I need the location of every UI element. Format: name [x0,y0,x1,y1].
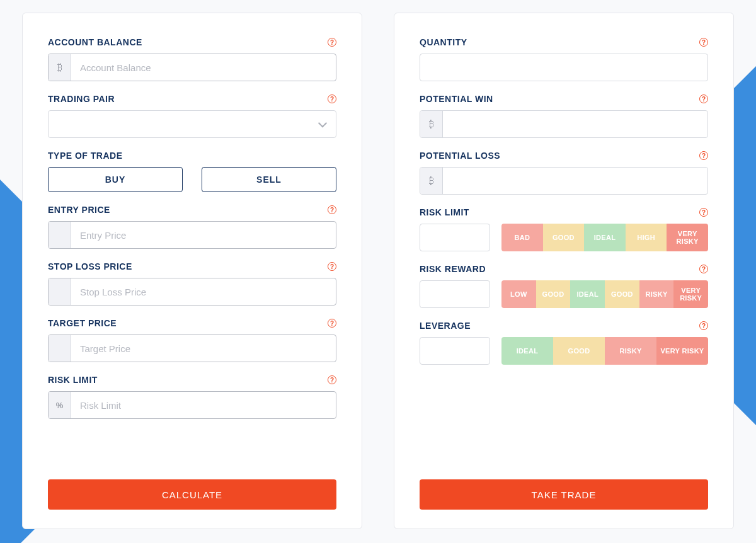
help-icon[interactable]: ? [699,321,708,330]
entry-price-field: ENTRY PRICE ? [48,205,336,249]
account-balance-field: ACCOUNT BALANCE ? ₿ [48,37,336,81]
currency-icon [49,278,71,305]
potential-loss-field: POTENTIAL LOSS ? ₿ [420,151,708,195]
help-icon[interactable]: ? [328,94,336,103]
bitcoin-icon: ₿ [420,168,443,194]
sell-button[interactable]: SELL [202,167,336,192]
help-icon[interactable]: ? [328,262,336,271]
bitcoin-icon: ₿ [49,54,71,81]
currency-icon [49,335,71,362]
risk-limit-gauge: BADGOODIDEALHIGHVERY RISKY [501,224,708,251]
quantity-output [420,54,707,81]
potential-loss-output [443,168,707,194]
risk-reward-gauge-label: RISK REWARD [420,264,486,274]
potential-loss-label: POTENTIAL LOSS [420,151,500,161]
risk-limit-value [420,224,490,251]
gauge-segment: RISKY [639,280,674,308]
gauge-segment: IDEAL [501,337,553,365]
risk-reward-gauge-field: RISK REWARD ? LOWGOODIDEALGOODRISKYVERY … [420,264,708,308]
quantity-label: QUANTITY [420,37,467,47]
leverage-gauge: IDEALGOODRISKYVERY RISKY [501,337,708,365]
target-price-label: TARGET PRICE [48,318,117,328]
bitcoin-icon: ₿ [420,111,443,137]
percent-icon: % [49,392,71,418]
type-of-trade-label: TYPE OF TRADE [48,151,123,161]
take-trade-button[interactable]: TAKE TRADE [420,479,708,510]
account-balance-input[interactable] [71,54,336,81]
gauge-segment: GOOD [553,337,605,365]
help-icon[interactable]: ? [328,38,336,47]
potential-win-field: POTENTIAL WIN ? ₿ [420,94,708,138]
gauge-segment: IDEAL [584,224,626,251]
gauge-segment: GOOD [536,280,571,308]
gauge-segment: GOOD [543,224,585,251]
trade-input-card: ACCOUNT BALANCE ? ₿ TRADING PAIR ? TYPE … [22,13,362,529]
gauge-segment: VERY RISKY [656,337,708,365]
type-of-trade-field: TYPE OF TRADE BUY SELL [48,151,336,192]
gauge-segment: RISKY [605,337,656,365]
trading-pair-label: TRADING PAIR [48,94,115,104]
help-icon[interactable]: ? [699,151,708,160]
trade-result-card: QUANTITY ? POTENTIAL WIN ? ₿ POTENTIAL L… [394,13,734,529]
gauge-segment: VERY RISKY [673,280,708,308]
chevron-down-icon [318,118,327,127]
help-icon[interactable]: ? [328,319,336,328]
help-icon[interactable]: ? [699,94,708,103]
risk-limit-gauge-field: RISK LIMIT ? BADGOODIDEALHIGHVERY RISKY [420,207,708,251]
help-icon[interactable]: ? [328,205,336,214]
risk-limit-gauge-label: RISK LIMIT [420,207,469,217]
stop-loss-label: STOP LOSS PRICE [48,261,132,272]
trading-pair-select[interactable] [48,110,336,138]
gauge-segment: LOW [501,280,536,308]
buy-button[interactable]: BUY [48,167,183,192]
help-icon[interactable]: ? [699,265,708,273]
risk-reward-value [420,280,490,308]
risk-limit-input[interactable] [71,392,336,418]
stop-loss-input[interactable] [71,278,336,305]
gauge-segment: HIGH [626,224,667,251]
gauge-segment: BAD [501,224,543,251]
help-icon[interactable]: ? [328,375,336,384]
risk-reward-gauge: LOWGOODIDEALGOODRISKYVERY RISKY [501,280,708,308]
entry-price-label: ENTRY PRICE [48,205,110,215]
potential-win-label: POTENTIAL WIN [420,94,493,104]
target-price-field: TARGET PRICE ? [48,318,336,362]
gauge-segment: GOOD [605,280,639,308]
trading-pair-field: TRADING PAIR ? [48,94,336,138]
target-price-input[interactable] [71,335,336,362]
gauge-segment: VERY RISKY [667,224,708,251]
risk-limit-input-field: RISK LIMIT ? % [48,375,336,419]
currency-icon [49,222,71,248]
help-icon[interactable]: ? [699,208,708,217]
stop-loss-field: STOP LOSS PRICE ? [48,261,336,306]
calculate-button[interactable]: CALCULATE [48,479,336,510]
risk-limit-label: RISK LIMIT [48,375,98,385]
gauge-segment: IDEAL [570,280,605,308]
leverage-value [420,337,490,365]
leverage-gauge-label: LEVERAGE [420,321,471,331]
potential-win-output [443,111,707,137]
entry-price-input[interactable] [71,222,336,248]
help-icon[interactable]: ? [699,38,708,47]
leverage-gauge-field: LEVERAGE ? IDEALGOODRISKYVERY RISKY [420,321,708,365]
account-balance-label: ACCOUNT BALANCE [48,37,142,47]
quantity-field: QUANTITY ? [420,37,708,81]
